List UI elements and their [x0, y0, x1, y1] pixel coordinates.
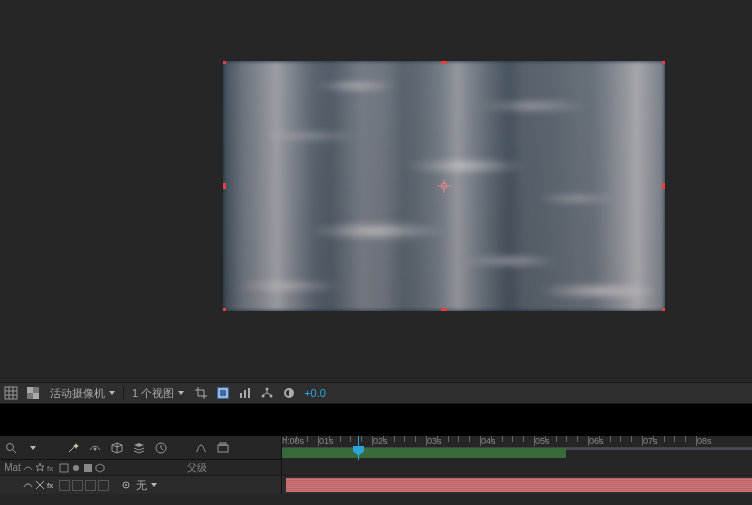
chevron-down-icon	[178, 391, 184, 395]
ruler-tick-label: 05s	[535, 436, 550, 446]
switch-fx-icon: fx	[46, 462, 58, 474]
svg-rect-30	[84, 464, 92, 472]
anchor-point[interactable]	[437, 179, 451, 193]
time-ruler[interactable]: h:00s01s02s03s04s05s06s07s08s	[282, 436, 752, 460]
hierarchy-icon[interactable]	[256, 382, 278, 404]
svg-point-29	[73, 465, 79, 471]
grid-icon[interactable]	[0, 382, 22, 404]
chevron-down-icon	[151, 483, 157, 487]
composition-preview[interactable]	[0, 0, 752, 382]
svg-rect-15	[248, 388, 250, 398]
views-count-dropdown[interactable]: 1 个视图	[126, 382, 190, 404]
graph-editor-icon[interactable]	[190, 437, 212, 459]
safe-zones-icon[interactable]	[212, 382, 234, 404]
channel-icon[interactable]	[234, 382, 256, 404]
ruler-tick-label: 08s	[697, 436, 712, 446]
switch-motion-blur-icon	[70, 462, 82, 474]
crop-icon[interactable]	[190, 382, 212, 404]
ruler-tick-label: 02s	[373, 436, 388, 446]
handle-tr[interactable]	[662, 61, 665, 64]
handle-tl[interactable]	[223, 61, 226, 64]
transparency-grid-icon[interactable]	[22, 382, 44, 404]
row-adjustment-toggle[interactable]	[85, 480, 96, 491]
timeline-column-header: Mat fx 父级	[0, 460, 752, 476]
clock-icon[interactable]	[150, 437, 172, 459]
row-fx-icon[interactable]: fx	[46, 479, 58, 491]
svg-text:fx: fx	[47, 464, 53, 473]
svg-rect-26	[220, 443, 226, 445]
fx-wand-icon[interactable]	[62, 437, 84, 459]
row-3d-toggle[interactable]	[98, 480, 109, 491]
layer-track[interactable]	[282, 476, 752, 494]
handle-ml[interactable]	[223, 183, 226, 189]
svg-point-20	[7, 443, 14, 450]
row-motion-blur-toggle[interactable]	[72, 480, 83, 491]
svg-point-23	[94, 447, 97, 450]
handle-br[interactable]	[662, 308, 665, 311]
ruler-tick-label: 01s	[319, 436, 334, 446]
col-parent: 父级	[106, 460, 281, 476]
parent-value: 无	[136, 478, 147, 493]
switch-adjustment-icon	[82, 462, 94, 474]
parent-dropdown[interactable]: 无	[132, 477, 161, 493]
3d-cube-icon[interactable]	[106, 437, 128, 459]
active-camera-label: 活动摄像机	[50, 386, 105, 401]
shy-icon[interactable]	[84, 437, 106, 459]
svg-rect-10	[33, 393, 39, 399]
handle-tc[interactable]	[441, 61, 447, 64]
layers-icon[interactable]	[128, 437, 150, 459]
reset-exposure-icon[interactable]	[278, 382, 300, 404]
work-area-bar[interactable]	[282, 448, 566, 458]
panel-gap	[0, 404, 752, 436]
switch-3d-icon	[94, 462, 106, 474]
separator	[123, 386, 124, 400]
handle-bl[interactable]	[223, 308, 226, 311]
switch-star-icon	[34, 462, 46, 474]
pickwhip-icon[interactable]	[120, 479, 132, 491]
exposure-value[interactable]: +0.0	[300, 387, 330, 399]
svg-rect-25	[218, 445, 228, 452]
current-time-indicator[interactable]	[358, 436, 359, 460]
row-frame-blend-toggle[interactable]	[59, 480, 70, 491]
col-mat: Mat	[0, 460, 22, 476]
layer-row[interactable]: fx 无	[0, 476, 752, 494]
layer-bounding-box[interactable]	[223, 61, 665, 311]
active-camera-dropdown[interactable]: 活动摄像机	[44, 382, 121, 404]
svg-line-21	[13, 450, 16, 453]
row-shy-icon[interactable]	[22, 479, 34, 491]
svg-rect-3	[5, 387, 17, 399]
timeline-panel: h:00s01s02s03s04s05s06s07s08s Mat fx 父级 …	[0, 436, 752, 505]
timeline-toolbar: h:00s01s02s03s04s05s06s07s08s	[0, 436, 752, 460]
row-collapse-icon[interactable]	[34, 479, 46, 491]
svg-rect-14	[244, 390, 246, 398]
svg-rect-9	[27, 387, 33, 393]
layer-duration-bar[interactable]	[286, 478, 752, 492]
svg-point-35	[125, 484, 127, 486]
preview-toolbar: 活动摄像机 1 个视图 +0.0	[0, 382, 752, 404]
svg-rect-28	[60, 464, 68, 472]
ruler-tick-label: 03s	[427, 436, 442, 446]
views-count-label: 1 个视图	[132, 386, 174, 401]
handle-mr[interactable]	[662, 183, 665, 189]
handle-bc[interactable]	[441, 308, 447, 311]
chevron-down-icon	[109, 391, 115, 395]
svg-text:fx: fx	[47, 481, 53, 490]
svg-rect-13	[240, 393, 242, 398]
switch-shy-icon	[22, 462, 34, 474]
filter-dropdown-icon[interactable]	[22, 437, 44, 459]
search-icon[interactable]	[0, 437, 22, 459]
snapshot-icon[interactable]	[212, 437, 234, 459]
ruler-tick-label: 06s	[589, 436, 604, 446]
switch-frame-blend-icon	[58, 462, 70, 474]
ruler-tick-label: 04s	[481, 436, 496, 446]
ruler-tick-label: 07s	[643, 436, 658, 446]
